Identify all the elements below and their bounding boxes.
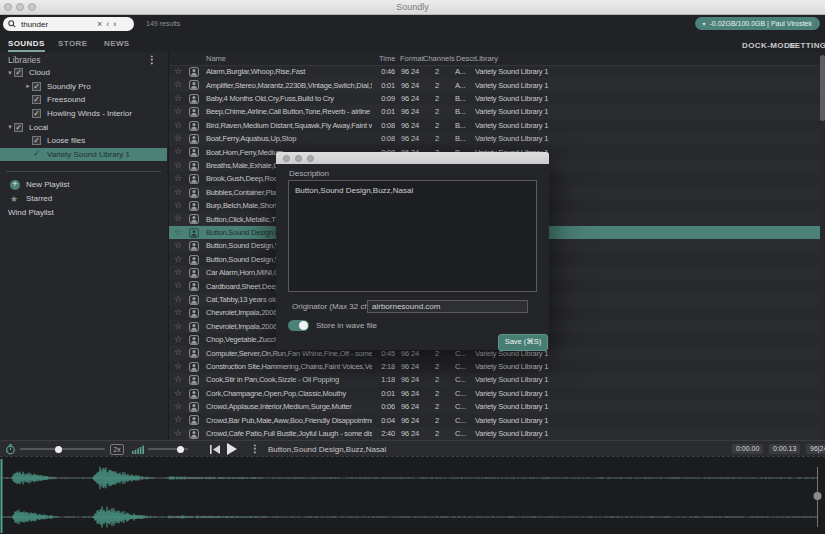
description-textarea[interactable] [288,180,537,292]
column-header-format[interactable]: Format [400,54,424,63]
tab-sounds[interactable]: SOUNDS [8,39,45,52]
sidebar-item-variety-sound-library-1[interactable]: ✓Variety Sound Library 1 [0,148,167,162]
table-row[interactable]: ☆Beep,Chime,Airline,Call Button,Tone,Rev… [169,105,820,118]
favorite-star-icon[interactable]: ☆ [174,227,182,237]
favorite-star-icon[interactable]: ☆ [174,200,182,210]
dialog-zoom-icon[interactable] [307,155,314,162]
search-box[interactable]: × ‹ › [3,17,134,31]
dialog-minimize-icon[interactable] [295,155,302,162]
favorite-star-icon[interactable]: ☆ [174,120,182,130]
favorite-star-icon[interactable]: ☆ [174,240,182,250]
volume-slider-thumb[interactable] [177,446,184,453]
favorite-star-icon[interactable]: ☆ [174,93,182,103]
sidebar-item-cloud[interactable]: ▾✓Cloud [0,66,167,80]
checkbox-icon[interactable]: ✓ [32,136,41,145]
sidebar-item-freesound[interactable]: ✓Freesound [0,93,167,107]
checkbox-icon[interactable]: ✓ [14,123,23,132]
favorite-star-icon[interactable]: ☆ [174,173,182,183]
table-row[interactable]: ☆Crowd,Bar Pub,Male,Aww,Boo,Friendly Dis… [169,413,820,426]
sidebar-item-loose-files[interactable]: ✓Loose files [0,134,167,148]
favorite-star-icon[interactable]: ☆ [174,106,182,116]
waveform-scroll-handle[interactable] [814,492,822,500]
checkbox-icon[interactable]: ✓ [32,150,41,159]
table-row[interactable]: ☆Construction Site,Hammering,Chains,Fain… [169,360,820,373]
column-header-library[interactable]: Library [475,54,498,63]
favorite-star-icon[interactable]: ☆ [174,160,182,170]
search-back-icon[interactable]: ‹ [106,19,109,29]
sidebar-item-wind-playlist[interactable]: Wind Playlist [0,206,175,220]
table-row[interactable]: ☆Crowd,Applause,Interior,Medium,Surge,Mu… [169,400,820,413]
save-button[interactable]: Save (⌘S) [498,334,548,351]
table-row[interactable]: ☆Cork,Champagne,Open,Pop,Classic,Mouthy0… [169,387,820,400]
pitch-slider[interactable] [20,448,105,450]
search-forward-icon[interactable]: › [113,19,116,29]
favorite-star-icon[interactable]: ☆ [174,267,182,277]
originator-input[interactable] [367,300,528,313]
sidebar-menu-icon[interactable]: ⋮ [147,54,157,65]
sidebar-item-soundly-pro[interactable]: ▸✓Soundly Pro [0,80,167,94]
dialog-close-icon[interactable] [283,155,290,162]
favorite-star-icon[interactable]: ☆ [174,79,182,89]
favorite-star-icon[interactable]: ☆ [174,280,182,290]
favorite-star-icon[interactable]: ☆ [174,187,182,197]
column-header-descr[interactable]: Descr [456,54,476,63]
favorite-star-icon[interactable]: ☆ [174,294,182,304]
pitch-icon[interactable] [5,444,16,455]
pitch-slider-thumb[interactable] [55,446,62,453]
checkbox-icon[interactable]: ✓ [32,95,41,104]
sidebar-item-howling-winds-interior[interactable]: ✓Howling Winds - Interior [0,107,167,121]
favorite-star-icon[interactable]: ☆ [174,374,182,384]
player-menu-icon[interactable]: ⋮ [250,443,260,454]
table-row[interactable]: ☆Cook,Stir in Pan,Cook,Sizzle - Oil Popp… [169,373,820,386]
favorite-star-icon[interactable]: ☆ [174,347,182,357]
disclosure-open-icon[interactable]: ▾ [6,123,14,131]
favorite-star-icon[interactable]: ☆ [174,146,182,156]
favorite-star-icon[interactable]: ☆ [174,428,182,438]
sidebar-item-starred[interactable]: ★Starred [0,192,167,206]
dock-mode-button[interactable]: DOCK-MODE [742,41,796,50]
table-row[interactable]: ☆Crowd,Cafe Patio,Full Bustle,Joyful Lau… [169,427,820,440]
column-header-channels[interactable]: Channels [423,54,455,63]
volume-slider[interactable] [148,448,188,450]
table-row[interactable]: ☆Alarm,Burglar,Whoop,Rise,Fast0:4696 242… [169,65,820,78]
column-header-name[interactable]: Name [206,54,226,63]
favorite-star-icon[interactable]: ☆ [174,334,182,344]
search-input[interactable] [19,19,93,30]
volume-icon[interactable] [132,445,145,454]
table-row[interactable]: ☆Amplifier,Stereo,Marantz,2230B,Vintage,… [169,78,820,91]
checkbox-icon[interactable]: ✓ [14,68,23,77]
skip-back-icon[interactable] [210,445,221,454]
table-row[interactable]: ☆Baby,4 Months Old,Cry,Fuss,Build to Cry… [169,92,820,105]
table-row[interactable]: ☆Boat,Ferry,Aquabus,Up,Stop0:0896 242B..… [169,132,820,145]
table-scrollbar-thumb[interactable] [820,55,825,121]
store-in-wave-toggle[interactable] [288,320,309,331]
search-clear-icon[interactable]: × [97,19,102,29]
sidebar-item-local[interactable]: ▾✓Local [0,120,167,134]
favorite-star-icon[interactable]: ☆ [174,254,182,264]
favorite-star-icon[interactable]: ☆ [174,401,182,411]
playhead[interactable] [1,459,3,533]
checkbox-icon[interactable]: ✓ [32,109,41,118]
tab-store[interactable]: STORE [58,39,87,48]
settings-button[interactable]: SETTINGS [789,41,825,50]
favorite-star-icon[interactable]: ☆ [174,321,182,331]
account-storage-button[interactable]: ▾ -0.02GB/100.0GB | Paul Virostek [695,17,820,30]
favorite-star-icon[interactable]: ☆ [174,388,182,398]
favorite-star-icon[interactable]: ☆ [174,133,182,143]
waveform-panel[interactable] [0,456,825,534]
favorite-star-icon[interactable]: ☆ [174,213,182,223]
table-row[interactable]: ☆Bird,Raven,Medium Distant,Squawk,Fly Aw… [169,119,820,132]
favorite-star-icon[interactable]: ☆ [174,361,182,371]
play-icon[interactable] [227,443,237,455]
favorite-star-icon[interactable]: ☆ [174,307,182,317]
disclosure-open-icon[interactable]: ▾ [6,69,14,77]
favorite-star-icon[interactable]: ☆ [174,414,182,424]
waveform-display[interactable] [0,457,825,534]
sidebar-item-new-playlist[interactable]: +New Playlist [0,178,167,192]
checkbox-icon[interactable]: ✓ [32,82,41,91]
tab-news[interactable]: NEWS [104,39,130,48]
speed-badge[interactable]: 2x [110,444,124,455]
column-header-time[interactable]: Time [379,54,395,63]
favorite-star-icon[interactable]: ☆ [174,66,182,76]
disclosure-closed-icon[interactable]: ▸ [24,82,32,90]
